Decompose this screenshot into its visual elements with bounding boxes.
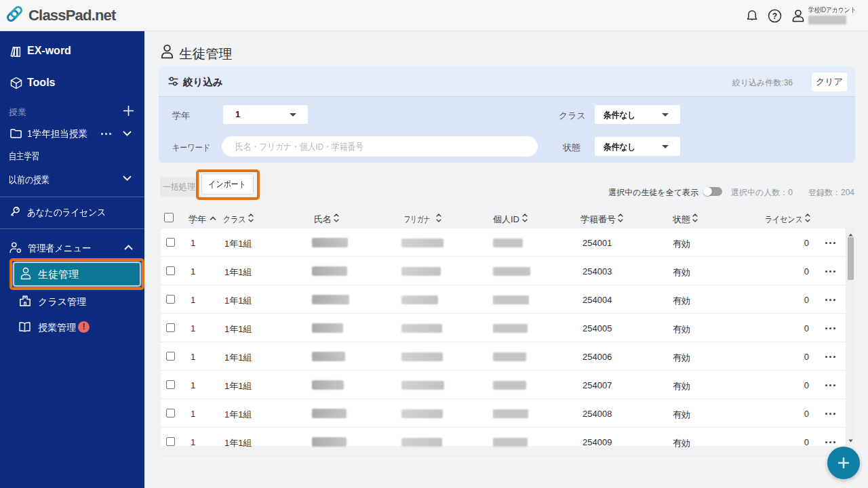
svg-text:?: ?	[772, 12, 777, 21]
